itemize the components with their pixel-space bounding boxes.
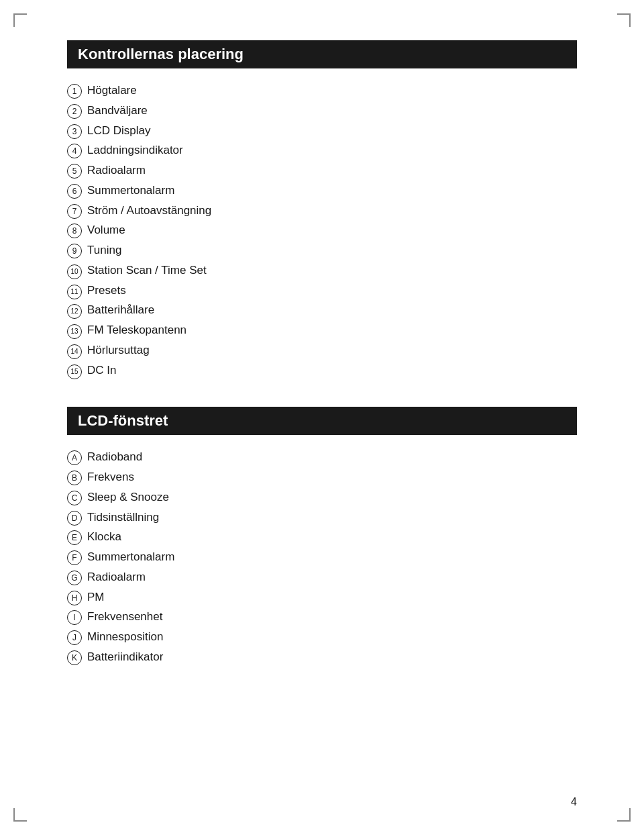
kontrollernas-list: 1 Högtalare 2 Bandväljare 3 LCD Display … — [67, 81, 577, 380]
item-symbol-6: 6 — [67, 184, 82, 199]
list-item: 11 Presets — [67, 281, 577, 301]
list-item: J Minnesposition — [67, 627, 577, 647]
list-item: B Frekvens — [67, 467, 577, 487]
corner-mark-tr — [617, 13, 631, 27]
item-text-8: Volume — [87, 220, 125, 240]
item-text-B: Frekvens — [87, 467, 134, 487]
list-item: 14 Hörlursuttag — [67, 340, 577, 360]
item-symbol-F: F — [67, 550, 82, 565]
item-text-3: LCD Display — [87, 121, 150, 141]
list-item: 10 Station Scan / Time Set — [67, 260, 577, 281]
list-item: 2 Bandväljare — [67, 101, 577, 121]
item-symbol-8: 8 — [67, 224, 82, 238]
list-item: 12 Batterihållare — [67, 300, 577, 320]
item-text-10: Station Scan / Time Set — [87, 260, 207, 281]
item-text-F: Summertonalarm — [87, 547, 174, 567]
item-symbol-10: 10 — [67, 264, 82, 279]
item-text-15: DC In — [87, 360, 116, 381]
list-item: G Radioalarm — [67, 567, 577, 587]
item-text-13: FM Teleskopantenn — [87, 320, 186, 340]
item-symbol-D: D — [67, 511, 82, 526]
list-item: 9 Tuning — [67, 240, 577, 260]
item-symbol-K: K — [67, 650, 82, 665]
item-symbol-15: 15 — [67, 364, 82, 379]
list-item: 13 FM Teleskopantenn — [67, 320, 577, 340]
item-symbol-A: A — [67, 450, 82, 465]
item-symbol-J: J — [67, 630, 82, 645]
item-text-12: Batterihållare — [87, 300, 154, 320]
item-text-A: Radioband — [87, 447, 142, 467]
corner-mark-bl — [13, 808, 27, 822]
list-item: 5 Radioalarm — [67, 160, 577, 181]
list-item: 7 Ström / Autoavstängning — [67, 201, 577, 221]
list-item: 6 Summertonalarm — [67, 181, 577, 201]
item-symbol-4: 4 — [67, 144, 82, 158]
item-text-G: Radioalarm — [87, 567, 146, 587]
item-text-K: Batteriindikator — [87, 647, 163, 667]
lcd-list: A Radioband B Frekvens C Sleep & Snooze … — [67, 447, 577, 667]
corner-mark-br — [617, 808, 631, 822]
list-item: 8 Volume — [67, 220, 577, 240]
item-symbol-G: G — [67, 571, 82, 585]
list-item: C Sleep & Snooze — [67, 487, 577, 507]
item-text-H: PM — [87, 587, 105, 607]
section-lcd: LCD-fönstret A Radioband B Frekvens C Sl… — [67, 407, 577, 667]
item-symbol-1: 1 — [67, 84, 82, 99]
list-item: A Radioband — [67, 447, 577, 467]
item-text-E: Klocka — [87, 527, 121, 547]
item-symbol-5: 5 — [67, 164, 82, 179]
item-text-4: Laddningsindikator — [87, 140, 183, 160]
page-number: 4 — [571, 796, 577, 808]
item-symbol-7: 7 — [67, 204, 82, 219]
list-item: 3 LCD Display — [67, 121, 577, 141]
item-symbol-12: 12 — [67, 304, 82, 319]
list-item: D Tidsinställning — [67, 507, 577, 528]
list-item: H PM — [67, 587, 577, 607]
item-text-2: Bandväljare — [87, 101, 148, 121]
item-symbol-C: C — [67, 491, 82, 505]
item-symbol-14: 14 — [67, 344, 82, 359]
section-header-kontrollernas: Kontrollernas placering — [67, 40, 577, 68]
item-text-D: Tidsinställning — [87, 507, 159, 528]
item-text-7: Ström / Autoavstängning — [87, 201, 211, 221]
page-content: Kontrollernas placering 1 Högtalare 2 Ba… — [67, 40, 577, 667]
item-text-9: Tuning — [87, 240, 121, 260]
corner-mark-tl — [13, 13, 27, 27]
list-item: E Klocka — [67, 527, 577, 547]
item-symbol-E: E — [67, 530, 82, 545]
item-symbol-2: 2 — [67, 104, 82, 119]
item-text-1: Högtalare — [87, 81, 137, 101]
item-symbol-H: H — [67, 591, 82, 605]
list-item: I Frekvensenhet — [67, 607, 577, 627]
list-item: 4 Laddningsindikator — [67, 140, 577, 160]
item-symbol-9: 9 — [67, 244, 82, 258]
item-text-6: Summertonalarm — [87, 181, 174, 201]
list-item: F Summertonalarm — [67, 547, 577, 567]
item-symbol-11: 11 — [67, 285, 82, 299]
list-item: K Batteriindikator — [67, 647, 577, 667]
item-symbol-13: 13 — [67, 324, 82, 339]
item-symbol-I: I — [67, 610, 82, 625]
item-text-I: Frekvensenhet — [87, 607, 162, 627]
item-symbol-3: 3 — [67, 124, 82, 139]
item-text-J: Minnesposition — [87, 627, 163, 647]
item-text-14: Hörlursuttag — [87, 340, 150, 360]
list-item: 1 Högtalare — [67, 81, 577, 101]
section-header-lcd: LCD-fönstret — [67, 407, 577, 435]
section-kontrollernas: Kontrollernas placering 1 Högtalare 2 Ba… — [67, 40, 577, 380]
item-text-5: Radioalarm — [87, 160, 146, 181]
list-item: 15 DC In — [67, 360, 577, 381]
item-text-11: Presets — [87, 281, 126, 301]
item-symbol-B: B — [67, 471, 82, 485]
item-text-C: Sleep & Snooze — [87, 487, 169, 507]
